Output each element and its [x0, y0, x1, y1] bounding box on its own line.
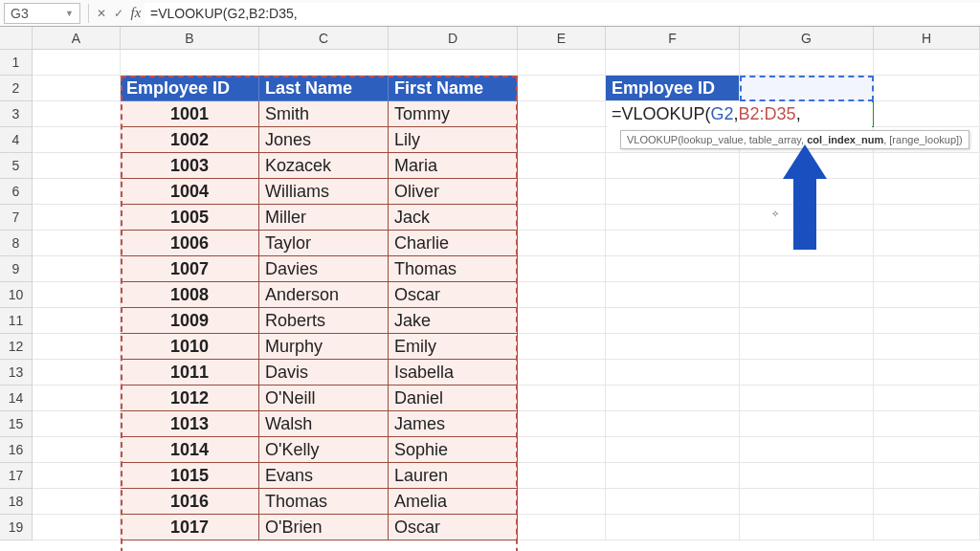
cell[interactable]: Walsh — [259, 411, 389, 437]
cell[interactable] — [518, 50, 606, 76]
cell[interactable] — [33, 205, 121, 231]
cell[interactable]: Jake — [389, 308, 518, 334]
cell[interactable] — [740, 437, 874, 463]
row-header[interactable]: 17 — [0, 463, 33, 489]
formula-input[interactable]: =VLOOKUP(G2,B2:D35, — [145, 3, 980, 24]
cell[interactable]: Isabella — [389, 360, 518, 386]
cell[interactable]: Anderson — [259, 282, 389, 308]
cell[interactable] — [33, 334, 121, 360]
cell[interactable]: 1001 — [121, 101, 259, 127]
cell[interactable] — [874, 437, 980, 463]
cell[interactable] — [33, 179, 121, 205]
cell[interactable] — [874, 334, 980, 360]
cell[interactable] — [33, 411, 121, 437]
cell[interactable] — [606, 489, 740, 515]
cell[interactable]: Williams — [259, 179, 389, 205]
fx-icon[interactable]: fx — [127, 5, 145, 21]
cell[interactable]: Lauren — [389, 463, 518, 489]
col-header-f[interactable]: F — [606, 27, 740, 50]
col-header-a[interactable]: A — [33, 27, 121, 50]
cell[interactable] — [518, 153, 606, 179]
cell[interactable] — [606, 282, 740, 308]
cell[interactable]: Taylor — [259, 231, 389, 256]
cell[interactable] — [874, 153, 980, 179]
cell[interactable] — [518, 282, 606, 308]
col-header-d[interactable]: D — [389, 27, 518, 50]
cell[interactable] — [606, 50, 740, 76]
cell[interactable] — [33, 386, 121, 411]
cell[interactable] — [33, 153, 121, 179]
cell[interactable] — [518, 76, 606, 101]
cell[interactable] — [874, 101, 980, 127]
cell[interactable]: 1016 — [121, 489, 259, 515]
row-header[interactable]: 7 — [0, 205, 33, 231]
cell[interactable] — [259, 50, 389, 76]
cell[interactable]: 1011 — [121, 360, 259, 386]
cell[interactable] — [33, 50, 121, 76]
cell[interactable] — [518, 489, 606, 515]
cell[interactable] — [740, 282, 874, 308]
cell[interactable]: Amelia — [389, 489, 518, 515]
cell[interactable]: 1012 — [121, 386, 259, 411]
cancel-icon[interactable]: ✕ — [93, 7, 110, 20]
cell[interactable] — [874, 411, 980, 437]
row-header[interactable]: 15 — [0, 411, 33, 437]
cell-editing-g3[interactable]: =VLOOKUP(G2,B2:D35, — [608, 101, 872, 127]
row-header[interactable]: 19 — [0, 515, 33, 540]
cell[interactable]: Employee ID — [121, 76, 259, 101]
cell[interactable]: 1014 — [121, 437, 259, 463]
cell[interactable]: Tommy — [389, 101, 518, 127]
cell[interactable]: 1015 — [121, 463, 259, 489]
cell[interactable] — [740, 50, 874, 76]
cell[interactable] — [389, 50, 518, 76]
cell[interactable] — [606, 153, 740, 179]
cell[interactable]: 1004 — [121, 179, 259, 205]
row-header[interactable]: 12 — [0, 334, 33, 360]
cell[interactable] — [33, 515, 121, 540]
row-header[interactable]: 5 — [0, 153, 33, 179]
cell[interactable]: Emily — [389, 334, 518, 360]
cell[interactable] — [740, 179, 874, 205]
cell[interactable] — [740, 205, 874, 231]
cell[interactable] — [33, 231, 121, 256]
cell[interactable] — [874, 179, 980, 205]
cell[interactable] — [606, 179, 740, 205]
row-header[interactable]: 2 — [0, 76, 33, 101]
cell[interactable] — [874, 76, 980, 101]
cell[interactable] — [740, 386, 874, 411]
cell[interactable] — [518, 411, 606, 437]
cell[interactable]: 1010 — [121, 334, 259, 360]
cell[interactable] — [518, 386, 606, 411]
col-header-h[interactable]: H — [874, 27, 980, 50]
cell[interactable] — [740, 515, 874, 540]
cell[interactable] — [606, 437, 740, 463]
cell[interactable] — [33, 360, 121, 386]
col-header-b[interactable]: B — [121, 27, 259, 50]
row-header[interactable]: 16 — [0, 437, 33, 463]
cell[interactable]: Davis — [259, 360, 389, 386]
cell[interactable] — [874, 308, 980, 334]
cell[interactable]: Murphy — [259, 334, 389, 360]
cell[interactable] — [518, 437, 606, 463]
cell[interactable] — [518, 308, 606, 334]
select-all-corner[interactable] — [0, 27, 33, 50]
cell[interactable]: 1007 — [121, 256, 259, 282]
cell[interactable] — [740, 231, 874, 256]
cell[interactable] — [874, 360, 980, 386]
enter-icon[interactable]: ✓ — [110, 7, 127, 20]
row-header[interactable]: 6 — [0, 179, 33, 205]
cell[interactable] — [606, 231, 740, 256]
cell[interactable] — [518, 515, 606, 540]
cell[interactable] — [606, 463, 740, 489]
cell[interactable] — [518, 101, 606, 127]
cell[interactable] — [874, 386, 980, 411]
row-header[interactable]: 8 — [0, 231, 33, 256]
dropdown-icon[interactable]: ▼ — [65, 9, 74, 18]
cell[interactable]: 1008 — [121, 282, 259, 308]
cell[interactable] — [518, 127, 606, 153]
cell[interactable] — [740, 153, 874, 179]
cell[interactable]: Lily — [389, 127, 518, 153]
cell[interactable] — [606, 515, 740, 540]
cell[interactable] — [740, 411, 874, 437]
cell[interactable] — [518, 334, 606, 360]
